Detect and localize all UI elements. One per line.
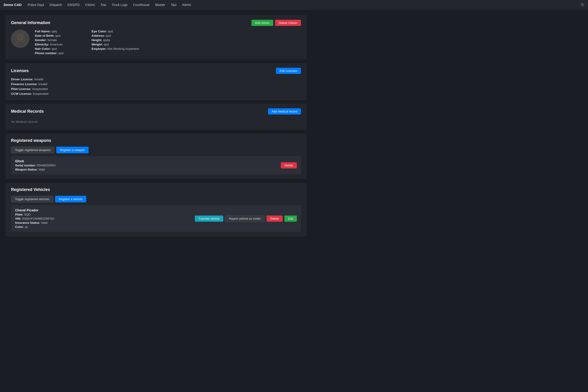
driver-license-item: Driver License: Invalid — [11, 78, 301, 81]
citizen-info: Full Name: qdq Eye Color: qsd Date of Bi… — [11, 30, 301, 55]
svg-point-2 — [17, 34, 23, 40]
ccw-license-item: CCW License: Suspended — [11, 92, 301, 96]
edit-licenses-button[interactable]: Edit Licenses — [276, 68, 301, 74]
pilot-license-value: Suspended — [32, 87, 48, 91]
height-label: Height: — [91, 38, 102, 42]
vehicle-insurance-item: Insurance Status: Valid — [15, 221, 54, 224]
eye-color-label: Eye Color: — [91, 30, 107, 33]
dob-value: qsd — [55, 34, 60, 38]
toggle-vehicles-button[interactable]: Toggle registered vehicles — [11, 196, 53, 202]
weapon-serial-value: PDH820ORIU — [37, 164, 56, 167]
phone-label: Phone number: — [35, 52, 57, 55]
firearms-license-item: Firearms License: Invalid — [11, 82, 301, 86]
registered-vehicles-section: Registered Vehicles Toggle registered ve… — [5, 183, 307, 236]
medical-records-section: Medical Records Add medical record No Me… — [5, 104, 307, 130]
no-medical-records-text: No Medical records — [11, 118, 301, 125]
delete-vehicle-button[interactable]: Delete — [267, 216, 283, 222]
vehicle-insurance-label: Insurance Status: — [15, 221, 40, 224]
edit-citizen-button[interactable]: Edit citizen — [251, 20, 273, 26]
licenses-title: Licenses — [11, 68, 29, 73]
employer-label: Employer: — [91, 47, 107, 50]
weapon-serial-label: Serial number: — [15, 164, 36, 167]
weapon-name: Glock — [15, 159, 55, 163]
nav-link-admin[interactable]: Admin — [180, 2, 193, 8]
weight-value: qsd — [104, 43, 109, 46]
nav-link-ems-fd[interactable]: EMS/FD — [65, 2, 82, 8]
vehicle-info: Cheval Picador Plate: SQD VIN: 0NQIUFUW8… — [15, 208, 54, 228]
firearms-license-label: Firearms License: — [11, 82, 38, 86]
pilot-license-item: Pilot License: Suspended — [11, 87, 301, 91]
gender-item: Gender: female — [35, 38, 82, 42]
general-info-title: General Information — [11, 20, 50, 25]
medical-records-header: Medical Records Add medical record — [11, 108, 301, 114]
vehicle-color-value: qs — [25, 225, 28, 228]
weapon-status-value: Valid — [38, 168, 45, 171]
weapon-status-item: Weapon Status: Valid — [15, 168, 55, 171]
vehicle-actions: Transfer vehicle Report vehicle as stole… — [195, 215, 297, 222]
vehicle-vin-item: VIN: 0NQIUFUW8BGZ9IFSO — [15, 217, 54, 220]
vehicle-card: Cheval Picador Plate: SQD VIN: 0NQIUFUW8… — [11, 205, 301, 232]
vehicle-plate-label: Plate: — [15, 213, 23, 216]
vehicle-name: Cheval Picador — [15, 208, 54, 212]
pilot-license-label: Pilot License: — [11, 87, 31, 91]
license-list: Driver License: Invalid Firearms License… — [11, 78, 301, 96]
vehicles-action-bar: Toggle registered vehicles Register a ve… — [11, 196, 301, 202]
full-name-label: Full Name: — [35, 30, 51, 33]
vehicle-vin-label: VIN: — [15, 217, 21, 220]
nav-link-bleeter[interactable]: Bleeter — [153, 2, 167, 8]
dob-label: Date of Birth: — [35, 34, 54, 38]
transfer-vehicle-button[interactable]: Transfer vehicle — [195, 216, 223, 222]
weight-label: Weight: — [91, 43, 103, 46]
nav-link-truck-logs[interactable]: Truck Logs — [109, 2, 130, 8]
edit-vehicle-button[interactable]: Edit — [284, 216, 297, 222]
weapon-info: Glock Serial number: PDH820ORIU Weapon S… — [15, 159, 55, 171]
nav-link-taxi[interactable]: Taxi — [168, 2, 179, 8]
phone-item: Phone number: qsd — [35, 52, 82, 55]
address-label: Address: — [91, 34, 105, 38]
firearms-license-value: Invalid — [38, 82, 47, 86]
gender-value: female — [48, 38, 57, 42]
toggle-weapons-button[interactable]: Toggle registered weapons — [11, 147, 54, 153]
user-icon[interactable]: ☉ — [581, 2, 584, 7]
ethnicity-label: Ethnicity: — [35, 43, 49, 46]
vehicle-insurance-value: Valid — [41, 221, 47, 224]
registered-weapons-title: Registered weapons — [11, 138, 51, 143]
vehicle-plate-item: Plate: SQD — [15, 213, 54, 216]
gender-label: Gender: — [35, 38, 47, 42]
eye-color-item: Eye Color: qsd — [91, 30, 139, 33]
phone-value: qsd — [58, 52, 63, 55]
height-item: Height: qsdq — [91, 38, 139, 42]
add-medical-record-button[interactable]: Add medical record — [268, 108, 301, 114]
vehicle-vin-value: 0NQIUFUW8BGZ9IFSO — [22, 217, 54, 220]
nav-link-courthouse[interactable]: Courthouse — [131, 2, 152, 8]
delete-weapon-button[interactable]: Delete — [281, 162, 297, 168]
hair-color-item: Hair Color: qsd — [35, 47, 82, 50]
register-weapon-button[interactable]: Register a weapon — [56, 147, 88, 153]
full-name-item: Full Name: qdq — [35, 30, 82, 33]
report-stolen-button[interactable]: Report vehicle as stolen — [225, 215, 265, 222]
full-name-value: qdq — [52, 30, 57, 33]
nav-brand: Demo CAD — [4, 3, 21, 7]
driver-license-value: Invalid — [34, 78, 43, 81]
dob-item: Date of Birth: qsd — [35, 34, 82, 38]
nav-link-police-dept[interactable]: Police Dept — [25, 2, 46, 8]
nav-link-citizen[interactable]: Citizen — [83, 2, 97, 8]
weapon-status-label: Weapon Status: — [15, 168, 38, 171]
height-value: qsdq — [103, 38, 110, 42]
avatar — [11, 30, 29, 48]
info-grid: Full Name: qdq Eye Color: qsd Date of Bi… — [35, 30, 139, 55]
licenses-section: Licenses Edit Licenses Driver License: I… — [5, 63, 307, 100]
delete-citizen-button[interactable]: Delete Citizen — [275, 20, 301, 26]
registered-vehicles-title: Registered Vehicles — [11, 187, 50, 192]
employer-value: Not Working Anywhere — [108, 47, 139, 50]
address-item: Address: qsd — [91, 34, 139, 38]
nav-link-dispatch[interactable]: Dispatch — [47, 2, 64, 8]
employer-item: Employer: Not Working Anywhere — [91, 47, 139, 50]
ethnicity-item: Ethnicity: American — [35, 43, 82, 46]
vehicle-color-label: Color: — [15, 225, 24, 228]
weight-item: Weight: qsd — [91, 43, 139, 46]
nav-link-tow[interactable]: Tow — [98, 2, 108, 8]
ethnicity-value: American — [50, 43, 63, 46]
register-vehicle-button[interactable]: Register a vehicle — [55, 196, 86, 202]
registered-vehicles-header: Registered Vehicles — [11, 187, 301, 192]
